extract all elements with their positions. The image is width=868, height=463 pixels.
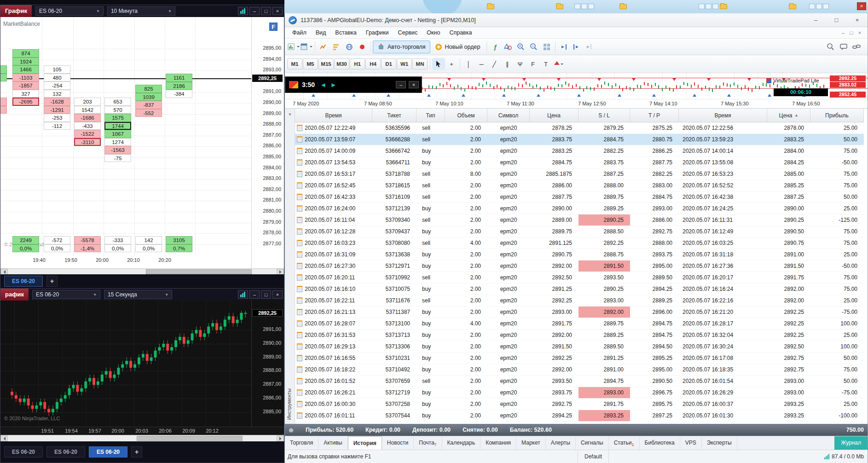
mdi-restore-button[interactable]: □ bbox=[847, 30, 856, 35]
history-row[interactable]: 2020.05.07 16:31:0953713638buy2.00epm202… bbox=[295, 249, 868, 260]
scrollbar-thumb[interactable] bbox=[137, 436, 243, 441]
close-button[interactable]: × bbox=[272, 290, 283, 299]
scrollbar-track[interactable] bbox=[8, 435, 277, 441]
menu-item[interactable]: Сервис bbox=[393, 27, 422, 39]
crosshair-button[interactable]: + bbox=[445, 58, 458, 70]
terminal-tab[interactable]: Алерты bbox=[546, 436, 576, 450]
new-chart-button[interactable] bbox=[287, 41, 300, 53]
history-row[interactable]: 2020.05.07 16:11:0453709340sell2.00epm20… bbox=[295, 214, 868, 226]
maximize-button[interactable]: □ bbox=[261, 7, 271, 15]
history-row[interactable]: 2020.05.07 16:52:4553718615sell2.00epm20… bbox=[295, 180, 868, 191]
period-select[interactable]: 15 Секунда ▼ bbox=[104, 290, 172, 299]
text-tool-button[interactable]: T bbox=[539, 58, 552, 70]
autotrading-button[interactable]: Авто-торговля bbox=[373, 41, 430, 53]
symbol-select[interactable]: ES 06-20 ▼ bbox=[32, 290, 100, 299]
period-select[interactable]: 10 Минута ▼ bbox=[107, 6, 175, 16]
history-row[interactable]: 2020.05.07 16:20:1153710992sell2.00epm20… bbox=[295, 272, 868, 284]
horizontal-scrollbar[interactable] bbox=[0, 435, 284, 441]
terminal-tab[interactable]: Эксперты bbox=[702, 436, 737, 450]
terminal-tab[interactable]: Компания bbox=[480, 436, 516, 450]
history-row[interactable]: 2020.05.07 16:26:2153712719buy2.00epm202… bbox=[295, 387, 868, 399]
close-icon[interactable]: × bbox=[285, 111, 295, 117]
history-row[interactable]: 2020.05.07 16:29:1353713306buy2.00epm202… bbox=[295, 341, 868, 353]
menu-item[interactable]: Вставка bbox=[330, 27, 361, 39]
history-row[interactable]: 2020.05.07 16:00:3053707258buy2.00epm202… bbox=[295, 399, 868, 410]
history-row[interactable]: 2020.05.07 16:01:5253707659sell2.00epm20… bbox=[295, 376, 868, 387]
history-row[interactable]: 2020.05.07 16:01:1153707544buy2.00epm202… bbox=[295, 410, 868, 422]
maximize-button[interactable]: □ bbox=[261, 290, 271, 299]
search-button[interactable] bbox=[824, 41, 837, 53]
timeframe-button[interactable]: M15 bbox=[318, 58, 334, 69]
timeframe-button[interactable]: M30 bbox=[334, 58, 349, 69]
history-row[interactable]: 2020.05.07 16:27:3053712971buy2.00epm202… bbox=[295, 260, 868, 272]
column-header[interactable]: Цена bbox=[530, 109, 579, 122]
menu-item[interactable]: Справка bbox=[445, 27, 476, 39]
history-row[interactable]: 2020.05.07 13:54:5353664711buy2.00epm202… bbox=[295, 157, 868, 168]
history-row[interactable]: 2020.05.07 12:22:4953635596sell2.00epm20… bbox=[295, 122, 868, 134]
terminal-tab[interactable]: Журнал bbox=[834, 436, 868, 450]
column-header[interactable]: Прибыль bbox=[810, 109, 864, 122]
trendline-button[interactable]: ╱ bbox=[488, 58, 501, 70]
terminal-tab[interactable]: Сигналы bbox=[576, 436, 609, 450]
horizontal-line-button[interactable]: ─ bbox=[475, 58, 488, 70]
history-row[interactable]: 2020.05.07 16:16:5553710231buy2.00epm202… bbox=[295, 353, 868, 364]
minimize-button[interactable]: – bbox=[805, 13, 826, 27]
timeframe-button[interactable]: H1 bbox=[350, 58, 365, 69]
column-header[interactable]: Цена▲ bbox=[767, 109, 810, 122]
web-terminal-button[interactable] bbox=[343, 41, 356, 53]
chart-tab[interactable]: ES 06-20 bbox=[89, 446, 127, 457]
vertical-line-button[interactable]: │ bbox=[462, 58, 475, 70]
horizontal-scrollbar[interactable] bbox=[0, 268, 284, 275]
mdi-close-button[interactable]: × bbox=[856, 30, 864, 35]
chart-profiles-button[interactable] bbox=[300, 41, 313, 53]
minimize-button[interactable]: – bbox=[249, 7, 260, 15]
column-header[interactable]: Время bbox=[295, 109, 372, 122]
terminal-tab[interactable]: Почта7 bbox=[414, 436, 442, 450]
community-button[interactable] bbox=[850, 41, 863, 53]
chart-shift-button[interactable] bbox=[583, 41, 596, 53]
menu-item[interactable]: Графики bbox=[361, 27, 393, 39]
close-button[interactable]: × bbox=[409, 81, 419, 88]
column-header[interactable]: S / L bbox=[579, 109, 630, 122]
scrollbar-thumb[interactable] bbox=[146, 269, 252, 274]
new-order-button[interactable]: Новый ордер bbox=[430, 41, 485, 53]
symbol-select[interactable]: ES 06-20 ▼ bbox=[35, 6, 104, 16]
chart-style-button[interactable] bbox=[238, 290, 248, 299]
market-depth-button[interactable] bbox=[330, 41, 343, 53]
history-row[interactable]: 2020.05.07 16:31:5353713713buy2.00epm202… bbox=[295, 330, 868, 341]
scroll-left-button[interactable] bbox=[0, 435, 8, 441]
titlebar[interactable]: 1137386 - AMPGlobalEU-Demo: Демо-счет - … bbox=[285, 13, 868, 27]
terminal-tab[interactable]: Библиотека bbox=[640, 436, 680, 450]
terminal-tab[interactable]: Активы bbox=[318, 436, 348, 450]
fibonacci-button[interactable]: F bbox=[527, 58, 539, 70]
zoom-out-button[interactable] bbox=[527, 41, 540, 53]
maximize-button[interactable]: □ bbox=[826, 13, 847, 27]
indicators-button[interactable]: ƒ bbox=[489, 41, 502, 53]
menu-item[interactable]: Вид bbox=[311, 27, 331, 39]
scroll-right-button[interactable] bbox=[277, 435, 284, 441]
history-row[interactable]: 2020.05.07 16:24:0053712139buy2.00epm202… bbox=[295, 203, 868, 214]
timeframe-button[interactable]: M5 bbox=[303, 58, 318, 69]
history-row[interactable]: 2020.05.07 16:21:1353711387buy2.00epm202… bbox=[295, 307, 868, 318]
arrows-tool-button[interactable] bbox=[552, 58, 565, 70]
cursor-button[interactable] bbox=[432, 58, 445, 70]
pitchfork-button[interactable]: Ψ bbox=[514, 58, 527, 70]
column-header[interactable]: Символ bbox=[487, 109, 530, 122]
zoom-in-button[interactable] bbox=[515, 41, 527, 53]
channel-button[interactable]: ∥ bbox=[501, 58, 514, 70]
terminal-tab[interactable]: VPS bbox=[680, 436, 702, 450]
history-row[interactable]: 2020.05.07 16:28:0753713100buy4.00epm202… bbox=[295, 318, 868, 330]
column-header[interactable]: Время bbox=[679, 109, 767, 122]
column-header[interactable]: Тип bbox=[417, 109, 445, 122]
history-row[interactable]: 2020.05.07 14:00:0953666742buy2.00epm202… bbox=[295, 145, 868, 157]
scroll-to-end-button[interactable] bbox=[557, 41, 570, 53]
chart-tab[interactable]: ES 06-20 bbox=[46, 446, 85, 457]
status-profile[interactable]: Default bbox=[578, 450, 609, 463]
chart-style-button[interactable] bbox=[238, 7, 248, 15]
chat-button[interactable] bbox=[837, 41, 850, 53]
quotes-button[interactable] bbox=[356, 41, 369, 53]
mdi-minimize-button[interactable]: – bbox=[839, 30, 847, 35]
history-row[interactable]: 2020.05.07 16:12:2853709437buy2.00epm202… bbox=[295, 226, 868, 237]
history-row[interactable]: 2020.05.07 16:03:2353708080sell4.00epm20… bbox=[295, 237, 868, 249]
terminal-tab[interactable]: Торговля bbox=[285, 436, 318, 450]
